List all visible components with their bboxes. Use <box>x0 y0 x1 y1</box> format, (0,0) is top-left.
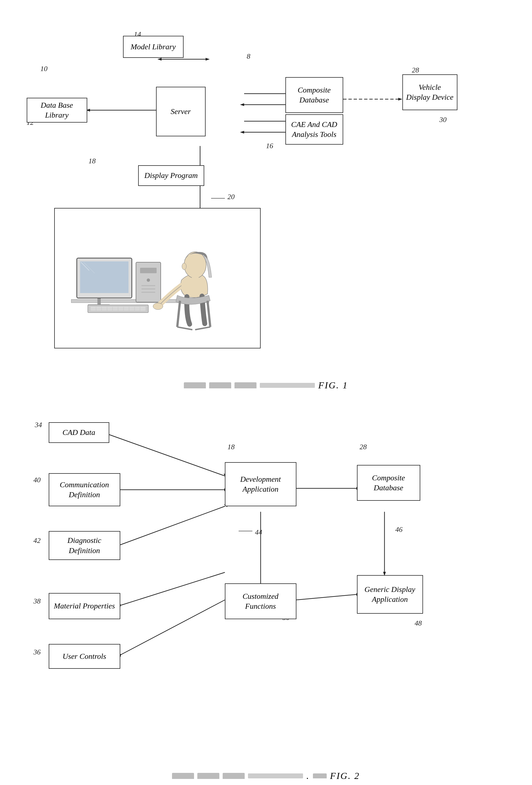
svg-rect-42 <box>140 268 157 273</box>
ref2-48: 48 <box>415 619 422 628</box>
svg-point-50 <box>153 303 163 310</box>
svg-line-59 <box>120 506 225 545</box>
fig1-number: FIG. 1 <box>318 380 348 390</box>
development-application-box: Development Application <box>225 462 296 506</box>
ref2-18: 18 <box>228 443 235 451</box>
fig2-separator: . <box>306 771 310 781</box>
ref2-44: 44 <box>255 528 262 536</box>
svg-point-49 <box>182 263 186 270</box>
fig-tab-wide-1 <box>260 383 315 388</box>
communication-definition-box: Communication Definition <box>49 473 120 506</box>
customized-functions-box: Customized Functions <box>225 583 296 619</box>
vehicle-display-box: Vehicle Display Device <box>402 74 457 110</box>
svg-line-54 <box>195 327 210 330</box>
generic-display-box: Generic Display Application <box>357 575 423 614</box>
svg-rect-46 <box>141 292 155 293</box>
fig-tab-6 <box>223 773 245 779</box>
ref-8: 8 <box>247 52 250 60</box>
svg-line-51 <box>177 301 180 327</box>
ref2-38: 38 <box>33 597 41 605</box>
fig1-label-area: FIG. 1 <box>17 380 515 390</box>
svg-line-52 <box>208 301 210 327</box>
ref2-46: 46 <box>396 526 403 534</box>
fig-tab-wide-2 <box>248 774 303 778</box>
cad-data-box: CAD Data <box>49 422 109 443</box>
diagnostic-definition-box: Diagnostic Definition <box>49 531 120 560</box>
svg-line-55 <box>109 435 225 476</box>
svg-line-53 <box>177 327 192 330</box>
fig-tab-3 <box>235 382 257 388</box>
svg-marker-2 <box>157 58 162 60</box>
svg-line-65 <box>296 594 357 600</box>
svg-line-71 <box>120 600 225 655</box>
composite-database-box2: Composite Database <box>357 465 420 501</box>
user-controls-box: User Controls <box>49 644 120 669</box>
figure-1: 14 10 12 8 16 28 30 18 20 22 24b 24a 24c… <box>19 17 514 375</box>
ref2-28: 28 <box>360 443 367 451</box>
database-library-box: Data Base Library <box>27 98 87 123</box>
model-library-box: Model Library <box>123 36 184 58</box>
svg-marker-9 <box>240 103 244 106</box>
ref2-36: 36 <box>33 648 41 656</box>
svg-rect-48 <box>192 277 199 282</box>
ref2-42: 42 <box>33 536 41 545</box>
fig-tab-5 <box>197 773 219 779</box>
display-program-box: Display Program <box>138 165 204 186</box>
composite-database-box: Composite Database <box>285 77 343 113</box>
cae-cad-box: CAE And CAD Analysis Tools <box>285 114 343 145</box>
ref-28: 28 <box>412 66 419 74</box>
server-box: Server <box>156 87 206 136</box>
svg-rect-44 <box>141 285 155 286</box>
svg-rect-45 <box>141 288 155 289</box>
figure-2: 34 40 42 38 36 18 44 28 46 50 48 CAD Dat… <box>19 407 514 765</box>
svg-line-69 <box>120 572 225 605</box>
svg-marker-1 <box>206 58 210 60</box>
material-properties-box: Material Properties <box>49 593 120 619</box>
ref2-40: 40 <box>33 476 41 484</box>
ref2-34: 34 <box>35 421 42 429</box>
ref-30: 30 <box>440 116 447 124</box>
ref-20: 20 <box>228 193 235 201</box>
fig2-label-area: . FIG. 2 <box>17 771 515 781</box>
svg-point-47 <box>184 252 206 278</box>
ref-10: 10 <box>41 65 48 73</box>
svg-point-43 <box>147 278 150 282</box>
fig-tab-2 <box>209 382 231 388</box>
fig-tab-1 <box>184 382 206 388</box>
fig2-number: FIG. 2 <box>330 771 360 781</box>
svg-marker-13 <box>240 131 244 133</box>
computer-workstation-box <box>54 208 261 349</box>
svg-rect-25 <box>80 261 129 293</box>
fig-tab-4 <box>172 773 194 779</box>
fig-tab-small <box>313 774 327 778</box>
svg-marker-15 <box>398 98 402 101</box>
ref-18: 18 <box>89 157 96 165</box>
ref-16: 16 <box>266 142 273 150</box>
